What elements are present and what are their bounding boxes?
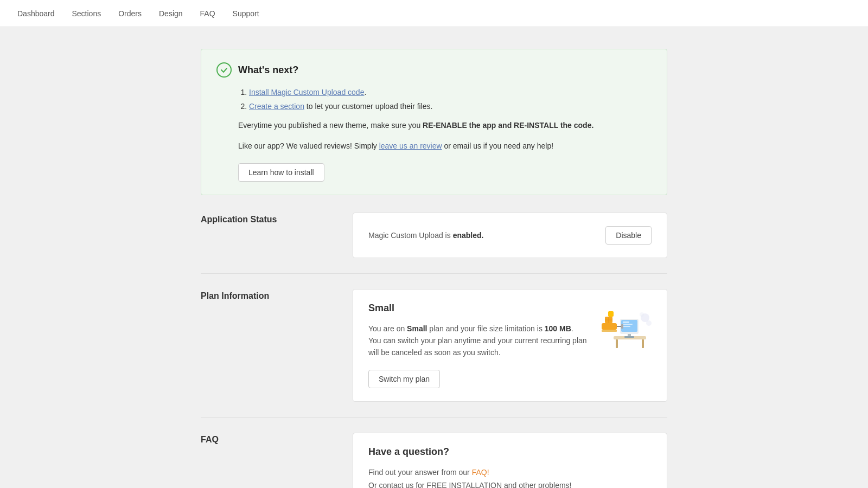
step2-rest: to let your customer upload their files. — [304, 102, 433, 111]
svg-rect-4 — [624, 336, 634, 338]
main-nav: Dashboard Sections Orders Design FAQ Sup… — [0, 0, 868, 27]
step1: Install Magic Custom Upload code. — [249, 86, 652, 98]
svg-rect-11 — [602, 330, 617, 332]
step2-link[interactable]: Create a section — [249, 102, 304, 111]
nav-support[interactable]: Support — [233, 9, 259, 18]
step1-link[interactable]: Install Magic Custom Upload code — [249, 88, 364, 97]
switch-plan-button[interactable]: Switch my plan — [368, 370, 440, 388]
nav-orders[interactable]: Orders — [118, 9, 142, 18]
plan-illustration — [597, 303, 652, 351]
faq-row: FAQ Have a question? Find out your answe… — [201, 433, 667, 488]
plan-description: You are on Small plan and your file size… — [368, 323, 597, 359]
svg-rect-10 — [602, 323, 617, 330]
svg-rect-2 — [642, 339, 644, 348]
status-row: Magic Custom Upload is enabled. Disable — [368, 226, 652, 245]
step2: Create a section to let your customer up… — [249, 100, 652, 112]
faq-title: Have a question? — [368, 446, 652, 458]
faq-section-label: FAQ — [201, 433, 353, 445]
plan-info-card: Small You are on Small plan and your fil… — [353, 289, 667, 402]
learn-how-button[interactable]: Learn how to install — [238, 163, 324, 182]
nav-faq[interactable]: FAQ — [200, 9, 215, 18]
app-status-row: Application Status Magic Custom Upload i… — [201, 213, 667, 274]
whats-next-title: What's next? — [238, 65, 298, 76]
disable-button[interactable]: Disable — [605, 226, 652, 245]
svg-rect-7 — [623, 322, 629, 323]
svg-rect-9 — [623, 326, 630, 327]
review-note: Like our app? We valued reviews! Simply … — [238, 140, 652, 152]
svg-point-19 — [646, 320, 652, 326]
svg-rect-17 — [608, 311, 614, 317]
nav-dashboard[interactable]: Dashboard — [17, 9, 55, 18]
svg-rect-8 — [623, 324, 633, 325]
app-status-card: Magic Custom Upload is enabled. Disable — [353, 213, 667, 258]
svg-rect-1 — [616, 339, 618, 348]
main-content: What's next? Install Magic Custom Upload… — [190, 49, 678, 488]
plan-info-label: Plan Information — [201, 289, 353, 301]
svg-point-20 — [640, 312, 644, 317]
whats-next-card: What's next? Install Magic Custom Upload… — [201, 49, 667, 195]
app-status-label: Application Status — [201, 213, 353, 224]
plan-info-row: Plan Information Small You are on Small … — [201, 289, 667, 418]
plan-content: Small You are on Small plan and your fil… — [368, 303, 597, 388]
nav-sections[interactable]: Sections — [72, 9, 101, 18]
status-text: Magic Custom Upload is enabled. — [368, 231, 483, 240]
faq-link[interactable]: FAQ! — [472, 468, 489, 477]
review-link[interactable]: leave us an review — [379, 142, 442, 150]
nav-design[interactable]: Design — [159, 9, 183, 18]
plan-title: Small — [368, 303, 597, 314]
plan-card-inner: Small You are on Small plan and your fil… — [368, 303, 652, 388]
bold-note: Everytime you published a new theme, mak… — [238, 119, 652, 131]
faq-text: Find out your answer from our FAQ! Or co… — [368, 466, 652, 488]
faq-card: Have a question? Find out your answer fr… — [353, 433, 667, 488]
whats-next-body: Install Magic Custom Upload code. Create… — [216, 86, 652, 182]
check-icon — [216, 62, 232, 78]
svg-rect-13 — [621, 324, 623, 329]
